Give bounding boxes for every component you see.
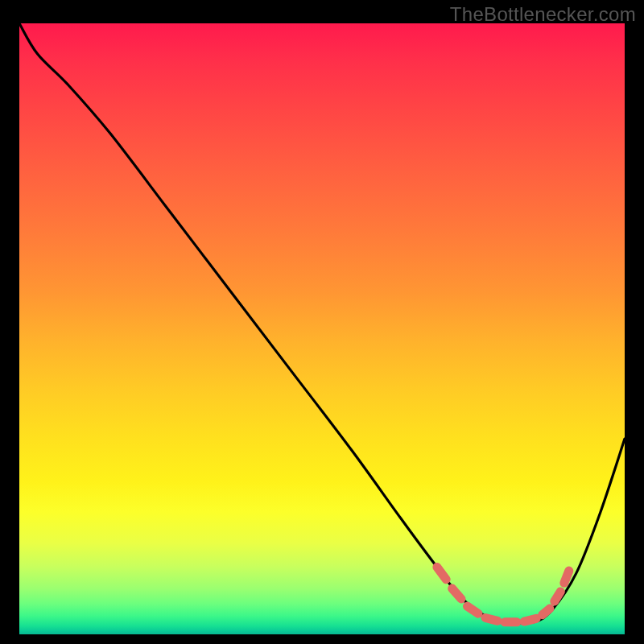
highlight-dash [452, 588, 461, 599]
highlight-dash [437, 568, 446, 580]
highlight-dash [555, 592, 561, 601]
highlight-dash [564, 571, 569, 583]
highlight-dash [543, 609, 550, 615]
highlight-dashes [437, 568, 569, 622]
watermark-text: TheBottlenecker.com [450, 3, 636, 26]
highlight-dash [485, 618, 497, 621]
plot-area [19, 23, 625, 634]
highlight-dash [524, 618, 536, 621]
chart-svg [19, 23, 625, 634]
bottleneck-curve [19, 23, 625, 623]
chart-stage: TheBottlenecker.com [0, 0, 644, 644]
highlight-dash [468, 606, 479, 613]
